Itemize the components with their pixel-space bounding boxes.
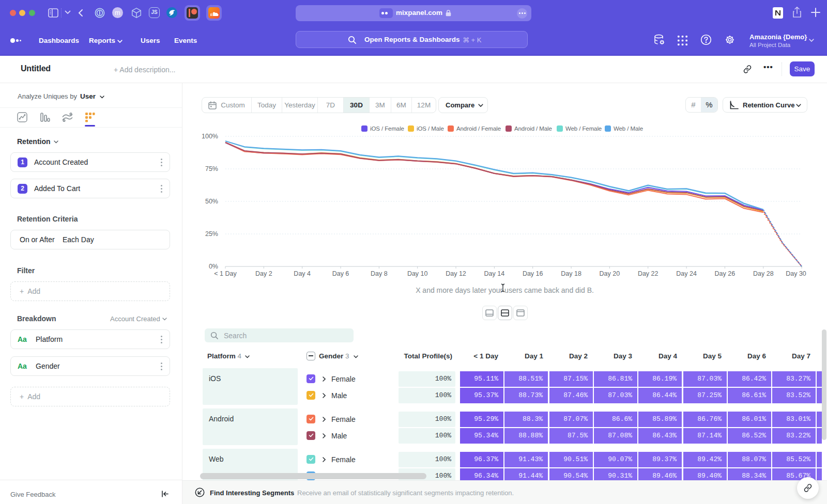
svg-text:0%: 0% bbox=[209, 263, 218, 270]
svg-text:Day 30: Day 30 bbox=[786, 270, 806, 277]
svg-text:Day 6: Day 6 bbox=[332, 270, 349, 277]
svg-text:< 1 Day: < 1 Day bbox=[214, 270, 237, 277]
svg-text:Day 16: Day 16 bbox=[523, 270, 543, 277]
svg-text:Day 10: Day 10 bbox=[407, 270, 428, 277]
svg-text:Day 18: Day 18 bbox=[561, 270, 581, 277]
svg-text:Day 20: Day 20 bbox=[600, 270, 620, 277]
svg-text:Day 14: Day 14 bbox=[484, 270, 505, 277]
svg-text:Day 4: Day 4 bbox=[294, 270, 311, 277]
svg-text:100%: 100% bbox=[202, 133, 218, 140]
svg-text:Day 12: Day 12 bbox=[446, 270, 466, 277]
svg-text:Day 2: Day 2 bbox=[255, 270, 272, 277]
svg-text:Day 24: Day 24 bbox=[676, 270, 697, 277]
svg-text:75%: 75% bbox=[205, 165, 218, 172]
svg-text:Day 26: Day 26 bbox=[715, 270, 736, 277]
svg-text:Day 8: Day 8 bbox=[371, 270, 388, 277]
svg-text:50%: 50% bbox=[205, 198, 218, 205]
svg-text:Day 22: Day 22 bbox=[638, 270, 658, 277]
svg-text:Day 28: Day 28 bbox=[753, 270, 774, 277]
svg-text:25%: 25% bbox=[205, 230, 218, 238]
